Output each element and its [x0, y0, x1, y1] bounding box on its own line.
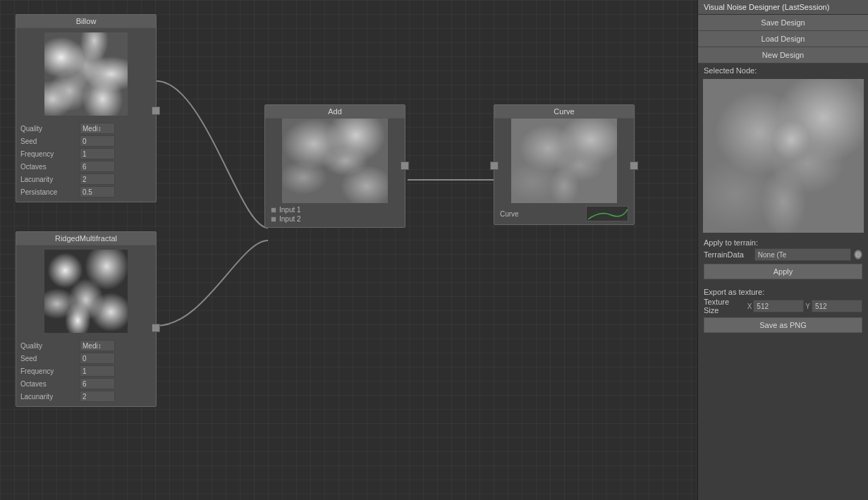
billow-node[interactable]: Billow Quality Seed Frequency Octaves L: [16, 14, 157, 202]
load-design-button[interactable]: Load Design: [698, 31, 868, 47]
save-design-button[interactable]: Save Design: [698, 15, 868, 31]
billow-seed-label: Seed: [20, 138, 77, 145]
ridged-frequency-row: Frequency: [20, 365, 152, 377]
add-input1-connector[interactable]: [271, 207, 276, 213]
billow-persistance-input[interactable]: [80, 186, 115, 197]
ridged-frequency-label: Frequency: [20, 367, 77, 375]
ridged-seed-input[interactable]: [80, 353, 115, 364]
curve-preview: [511, 118, 617, 203]
add-preview: [282, 118, 388, 203]
export-section: Export as texture: Texture Size X Y Save…: [698, 285, 868, 336]
texture-y-label: Y: [805, 303, 810, 310]
curve-svg: [587, 207, 628, 221]
billow-node-title: Billow: [16, 15, 156, 28]
ridged-octaves-row: Octaves: [20, 378, 152, 389]
add-input2-row: Input 2: [271, 215, 399, 223]
curve-input-row: Curve: [494, 203, 634, 224]
ridged-node[interactable]: RidgedMultifractal Quality Seed Frequenc…: [16, 231, 157, 407]
selected-node-label: Selected Node:: [698, 63, 868, 78]
right-panel: Visual Noise Designer (LastSession) Save…: [697, 0, 868, 500]
save-png-button[interactable]: Save as PNG: [704, 317, 862, 333]
billow-quality-label: Quality: [20, 125, 77, 133]
billow-octaves-label: Octaves: [20, 163, 77, 171]
ridged-node-title: RidgedMultifractal: [16, 232, 156, 245]
texture-size-row: Texture Size X Y: [704, 298, 862, 315]
billow-quality-row: Quality: [20, 123, 152, 134]
curve-node-title: Curve: [494, 105, 634, 118]
ridged-fields: Quality Seed Frequency Octaves Lacunarit…: [16, 337, 156, 406]
add-input2-connector[interactable]: [271, 217, 276, 222]
add-input1-label: Input 1: [279, 206, 301, 214]
selected-node-preview: [703, 79, 864, 233]
curve-output-connector[interactable]: [630, 161, 638, 170]
ridged-output-connector[interactable]: [152, 324, 160, 332]
billow-seed-row: Seed: [20, 135, 152, 147]
billow-frequency-input[interactable]: [80, 148, 115, 159]
new-design-button[interactable]: New Design: [698, 47, 868, 63]
ridged-frequency-input[interactable]: [80, 365, 115, 377]
terrain-data-label: TerrainData: [704, 250, 752, 259]
billow-octaves-input[interactable]: [80, 161, 115, 172]
ridged-octaves-label: Octaves: [20, 380, 77, 388]
billow-lacunarity-label: Lacunarity: [20, 176, 77, 183]
curve-label: Curve: [500, 210, 519, 218]
graph-area[interactable]: Billow Quality Seed Frequency Octaves L: [0, 0, 697, 500]
apply-button[interactable]: Apply: [704, 264, 862, 279]
ridged-seed-row: Seed: [20, 353, 152, 364]
add-input1-row: Input 1: [271, 206, 399, 214]
billow-fields: Quality Seed Frequency Octaves Lacunarit…: [16, 120, 156, 202]
add-input2-label: Input 2: [279, 215, 301, 223]
texture-size-label: Texture Size: [704, 298, 743, 315]
ridged-quality-label: Quality: [20, 342, 77, 350]
billow-persistance-row: Persistance: [20, 186, 152, 197]
curve-mini-display[interactable]: [586, 206, 628, 221]
add-output-connector[interactable]: [401, 161, 409, 170]
ridged-seed-label: Seed: [20, 355, 77, 362]
add-inputs: Input 1 Input 2: [265, 203, 405, 227]
ridged-octaves-input[interactable]: [80, 378, 115, 389]
texture-x-input[interactable]: [753, 300, 804, 312]
ridged-preview: [44, 250, 128, 333]
terrain-data-input[interactable]: [754, 248, 851, 261]
curve-node[interactable]: Curve Curve: [494, 104, 635, 225]
billow-lacunarity-input[interactable]: [80, 173, 115, 185]
billow-frequency-label: Frequency: [20, 150, 77, 158]
billow-quality-input[interactable]: [80, 123, 115, 134]
apply-section: Apply to terrain: TerrainData ⊙ Apply: [698, 234, 868, 285]
billow-output-connector[interactable]: [152, 106, 160, 115]
add-node-title: Add: [265, 105, 405, 118]
billow-persistance-label: Persistance: [20, 188, 77, 196]
ridged-lacunarity-input[interactable]: [80, 391, 115, 402]
right-panel-title: Visual Noise Designer (LastSession): [698, 0, 868, 15]
billow-octaves-row: Octaves: [20, 161, 152, 172]
add-node[interactable]: Add Input 1 Input 2: [264, 104, 405, 228]
ridged-quality-input[interactable]: [80, 340, 115, 351]
curve-input-connector[interactable]: [490, 161, 499, 170]
ridged-lacunarity-label: Lacunarity: [20, 393, 77, 401]
billow-seed-input[interactable]: [80, 135, 115, 147]
ridged-lacunarity-row: Lacunarity: [20, 391, 152, 402]
texture-y-input[interactable]: [812, 300, 862, 312]
texture-x-label: X: [747, 303, 752, 310]
export-texture-label: Export as texture:: [704, 288, 862, 296]
billow-preview: [44, 32, 128, 116]
terrain-select-button[interactable]: ⊙: [854, 250, 862, 260]
billow-frequency-row: Frequency: [20, 148, 152, 159]
terrain-row: TerrainData ⊙: [704, 248, 862, 261]
billow-lacunarity-row: Lacunarity: [20, 173, 152, 185]
apply-terrain-label: Apply to terrain:: [704, 238, 862, 247]
ridged-quality-row: Quality: [20, 340, 152, 351]
